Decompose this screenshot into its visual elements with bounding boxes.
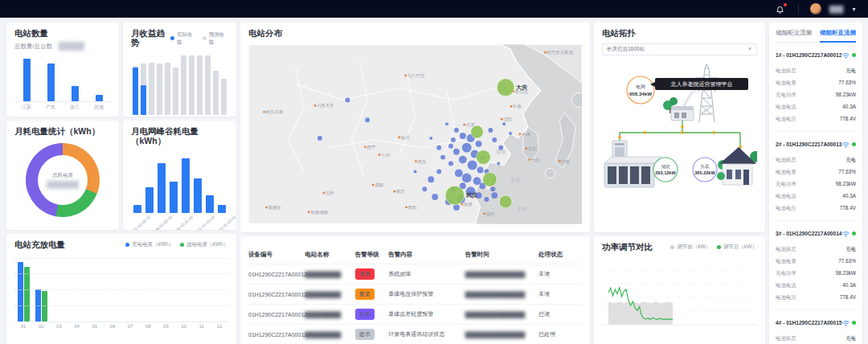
charge-discharge-xaxis: 010203040506070809101112 (14, 324, 228, 329)
user-avatar[interactable] (810, 3, 821, 14)
legend-item[interactable]: 放电电量（kWh） (180, 241, 228, 248)
station-dot[interactable] (502, 122, 506, 125)
cabinet-field: 电池电量77.63% (776, 166, 856, 178)
station-dot[interactable] (451, 137, 456, 141)
station-bubble[interactable] (477, 149, 491, 164)
predicted-bar (157, 63, 162, 115)
predicted-bar (205, 55, 211, 115)
x-tick-label: 03 (50, 324, 68, 329)
cabinet-id: 2# - 01H1290C2217A00013 (776, 141, 842, 147)
station-dot[interactable] (455, 169, 463, 177)
station-dot[interactable] (462, 173, 472, 182)
station-dot[interactable] (490, 186, 495, 191)
legend-item[interactable]: 实际收益 (170, 31, 196, 46)
station-dot[interactable] (317, 136, 322, 141)
table-row[interactable]: 01H1290C2217A00012█████████重要单体电压保护预警███… (248, 284, 582, 304)
city-label: 大田 (531, 157, 540, 162)
field-label: 电池电压 (776, 116, 796, 123)
station-dot[interactable] (484, 197, 489, 202)
station-selector[interactable]: 长庆信息1600站 ▼ (602, 43, 757, 55)
station-dot[interactable] (445, 122, 448, 125)
svg-text:电网: 电网 (636, 84, 645, 89)
station-dot[interactable] (346, 97, 350, 102)
wifi-icon (842, 226, 850, 240)
field-label: 电池电量 (776, 169, 796, 176)
table-row[interactable]: 01H1290C2217A00012█████████次要单体温差轻度预警███… (248, 304, 582, 324)
field-value: 40.3A (842, 104, 856, 111)
user-menu-caret-icon[interactable]: ▼ (851, 6, 857, 12)
legend-item[interactable]: 调节前（kW） (670, 244, 710, 251)
station-dot[interactable] (454, 128, 459, 133)
station-dot[interactable] (436, 145, 441, 149)
station-dot[interactable] (448, 161, 453, 166)
station-name: █████████ (305, 312, 355, 317)
tab-cabinet-ac[interactable]: 储能柜交流侧 (776, 29, 812, 39)
china-map[interactable]: 渤海黄海东海 乌兰巴托乌鲁木齐阿拉木图哈尔滨长春沈阳北京银川西宁兰州西安成都重庆… (248, 43, 582, 228)
field-value: 778.4V (840, 116, 856, 123)
field-value: 77.63% (838, 258, 856, 265)
station-bubble[interactable] (482, 172, 497, 186)
notification-bell-icon[interactable] (776, 3, 787, 14)
station-dot[interactable] (436, 169, 441, 174)
station-dot[interactable] (459, 155, 467, 163)
cabinet-item[interactable]: 4# - 01H1290C2217A00015电池状态充电 (776, 310, 856, 344)
station-dot[interactable] (453, 148, 460, 154)
station-dot[interactable] (448, 143, 453, 148)
cabinet-field: 电池状态充电 (776, 154, 856, 166)
station-dot[interactable] (429, 137, 432, 140)
cabinet-item[interactable]: 3# - 01H1290C2217A00014电池状态充电电池电量77.63%充… (776, 221, 856, 310)
station-dot[interactable] (509, 132, 512, 135)
power-compare-chart (602, 259, 757, 333)
station-dot[interactable] (428, 176, 434, 182)
topology-tooltip: 北人养老院运营管理平台 (650, 78, 748, 90)
table-row[interactable]: 01H1290C2217A00012█████████提示计量电表通讯错误状态█… (248, 324, 582, 344)
field-value: 98.23kW (836, 181, 856, 188)
station-bubble[interactable] (445, 186, 465, 205)
station-dot[interactable] (488, 128, 493, 133)
station-dot[interactable] (477, 166, 484, 173)
station-count-chart (14, 57, 111, 102)
legend-item[interactable]: 预测收益 (203, 31, 228, 46)
station-dot[interactable] (491, 192, 497, 199)
station-dot[interactable] (365, 117, 370, 122)
alarm-level-badge: 次要 (355, 309, 375, 320)
bar-stack (133, 55, 138, 115)
table-row[interactable]: 01H1290C2217A00012█████████紧急系统故障███████… (248, 264, 582, 284)
cabinet-id: 4# - 01H1290C2217A00015 (776, 320, 842, 326)
legend-item[interactable]: 充电电量（kWh） (125, 241, 174, 248)
station-dot[interactable] (462, 142, 472, 152)
station-dot[interactable] (440, 154, 445, 159)
station-dot[interactable] (460, 133, 466, 139)
x-tick-label: 江苏 (14, 104, 39, 111)
station-dot[interactable] (498, 145, 503, 149)
station-bubble[interactable] (497, 78, 514, 96)
x-tick-label: 浙江 (63, 104, 87, 111)
legend-item[interactable]: 调节后（kW） (717, 244, 757, 251)
charge-discharge-title: 电站充放电量 (14, 240, 65, 250)
cabinet-field: 电池电压778.4V (776, 292, 856, 304)
gridline (14, 289, 228, 290)
device-id: 01H1290C2217A00012 (248, 272, 305, 277)
station-bubble[interactable] (471, 125, 484, 138)
cabinet-item-header: 4# - 01H1290C2217A00015 (776, 315, 856, 330)
legend-label: 调节前（kW） (677, 244, 710, 251)
svg-text:293.12kW: 293.12kW (655, 170, 676, 175)
predicted-bar (213, 71, 219, 115)
station-dot[interactable] (473, 177, 481, 185)
field-value: 充电 (845, 335, 856, 342)
city-dot (510, 105, 513, 108)
station-dot[interactable] (468, 160, 477, 170)
bar (170, 182, 178, 213)
station-dot[interactable] (432, 194, 438, 200)
station-dot[interactable] (476, 140, 482, 146)
station-bubble[interactable] (499, 195, 512, 208)
station-dot[interactable] (492, 137, 497, 141)
cabinet-item[interactable]: 2# - 01H1290C2217A00013电池状态充电电池电量77.63%充… (776, 132, 856, 221)
station-dot[interactable] (497, 162, 500, 165)
cabinet-item[interactable]: 1# - 01H1290C2217A00012电池状态充电电池电量77.63%充… (776, 43, 856, 132)
station-dot[interactable] (422, 186, 427, 191)
x-tick-label: 13:00-15:00 (217, 215, 236, 230)
field-value: 98.23kW (836, 270, 856, 277)
tab-cabinet-dc[interactable]: 储能柜直流侧 (820, 29, 856, 39)
station-dot[interactable] (414, 170, 417, 173)
